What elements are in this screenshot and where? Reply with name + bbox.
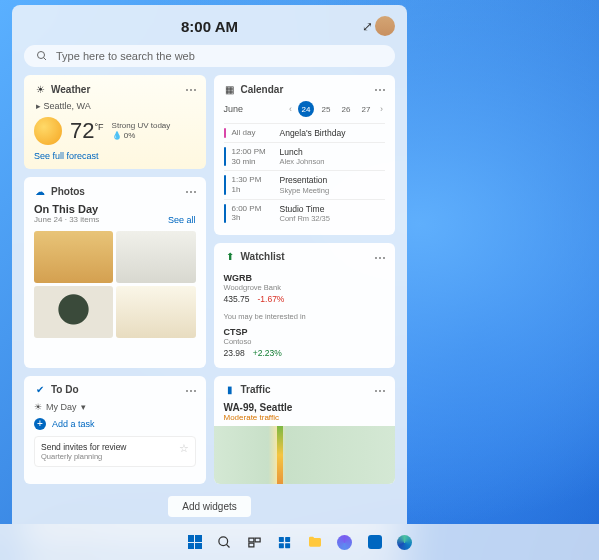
taskbar <box>0 524 599 560</box>
calendar-card[interactable]: ▦Calendar ⋯ June ‹ 24 25 26 27 › All day… <box>214 75 396 235</box>
add-task-button[interactable]: +Add a task <box>34 418 196 430</box>
traffic-icon: ▮ <box>224 384 236 396</box>
chevron-right-icon[interactable]: › <box>378 104 385 114</box>
svg-line-1 <box>44 58 47 61</box>
more-icon[interactable]: ⋯ <box>374 83 387 97</box>
widgets-panel: 8:00 AM ⤢ Type here to search the web ☀W… <box>12 5 407 553</box>
search-input[interactable]: Type here to search the web <box>24 45 395 67</box>
photo-thumb[interactable] <box>116 286 195 338</box>
task-view-button[interactable] <box>242 529 268 555</box>
svg-rect-6 <box>249 543 254 547</box>
photos-icon: ☁ <box>34 185 46 197</box>
day-27[interactable]: 27 <box>358 101 374 117</box>
svg-point-0 <box>38 52 45 59</box>
check-icon: ✔ <box>34 384 46 396</box>
weather-icon: ☀ <box>34 83 46 95</box>
traffic-card[interactable]: ▮Traffic ⋯ WA-99, Seattle Moderate traff… <box>214 376 396 484</box>
forecast-link[interactable]: See full forecast <box>34 151 196 161</box>
list-selector[interactable]: ☀ My Day ▾ <box>34 402 196 412</box>
event-row[interactable]: All dayAngela's Birthday <box>224 123 386 142</box>
svg-rect-5 <box>255 538 260 542</box>
svg-point-2 <box>219 536 228 545</box>
svg-rect-9 <box>279 543 284 548</box>
chart-icon: ⬆ <box>224 251 236 263</box>
more-icon[interactable]: ⋯ <box>185 83 198 97</box>
stock-row[interactable]: WGRBWoodgrove Bank 435.75-1.67% <box>224 269 386 308</box>
chevron-left-icon[interactable]: ‹ <box>287 104 294 114</box>
photo-thumb[interactable] <box>34 286 113 338</box>
add-widgets-button[interactable]: Add widgets <box>168 496 250 517</box>
star-icon[interactable]: ☆ <box>179 442 189 455</box>
event-row[interactable]: 1:30 PM1hPresentationSkype Meeting <box>224 170 386 198</box>
search-icon <box>36 50 48 62</box>
app-icon[interactable] <box>332 529 358 555</box>
task-item[interactable]: Send invites for reviewQuarterly plannin… <box>34 436 196 467</box>
traffic-map[interactable] <box>214 426 396 484</box>
start-button[interactable] <box>182 529 208 555</box>
day-25[interactable]: 25 <box>318 101 334 117</box>
photos-card[interactable]: ☁Photos ⋯ On This Day June 24 · 33 items… <box>24 177 206 368</box>
svg-rect-10 <box>285 543 290 548</box>
calendar-icon: ▦ <box>224 83 236 95</box>
more-icon[interactable]: ⋯ <box>185 185 198 199</box>
widgets-button[interactable] <box>272 529 298 555</box>
expand-icon[interactable]: ⤢ <box>362 19 373 34</box>
sun-icon <box>34 117 62 145</box>
day-26[interactable]: 26 <box>338 101 354 117</box>
more-icon[interactable]: ⋯ <box>185 384 198 398</box>
photo-thumb[interactable] <box>34 231 113 283</box>
photo-thumb[interactable] <box>116 231 195 283</box>
clock: 8:00 AM <box>181 18 238 35</box>
see-all-link[interactable]: See all <box>168 215 196 225</box>
edge-button[interactable] <box>392 529 418 555</box>
user-avatar[interactable] <box>375 16 395 36</box>
more-icon[interactable]: ⋯ <box>374 251 387 265</box>
svg-rect-4 <box>249 538 254 542</box>
todo-card[interactable]: ✔To Do ⋯ ☀ My Day ▾ +Add a task Send inv… <box>24 376 206 484</box>
app-icon[interactable] <box>362 529 388 555</box>
explorer-button[interactable] <box>302 529 328 555</box>
weather-card[interactable]: ☀Weather ⋯ ▸ Seattle, WA 72°F Strong UV … <box>24 75 206 169</box>
watchlist-card[interactable]: ⬆Watchlist ⋯ WGRBWoodgrove Bank 435.75-1… <box>214 243 396 368</box>
more-icon[interactable]: ⋯ <box>374 384 387 398</box>
svg-line-3 <box>226 544 229 547</box>
event-row[interactable]: 12:00 PM30 minLunchAlex Johnson <box>224 142 386 170</box>
svg-rect-8 <box>285 536 290 541</box>
stock-row[interactable]: CTSPContoso 23.98+2.23% <box>224 323 386 362</box>
svg-rect-7 <box>279 536 284 541</box>
event-row[interactable]: 6:00 PM3hStudio TimeConf Rm 32/35 <box>224 199 386 227</box>
search-button[interactable] <box>212 529 238 555</box>
day-24[interactable]: 24 <box>298 101 314 117</box>
